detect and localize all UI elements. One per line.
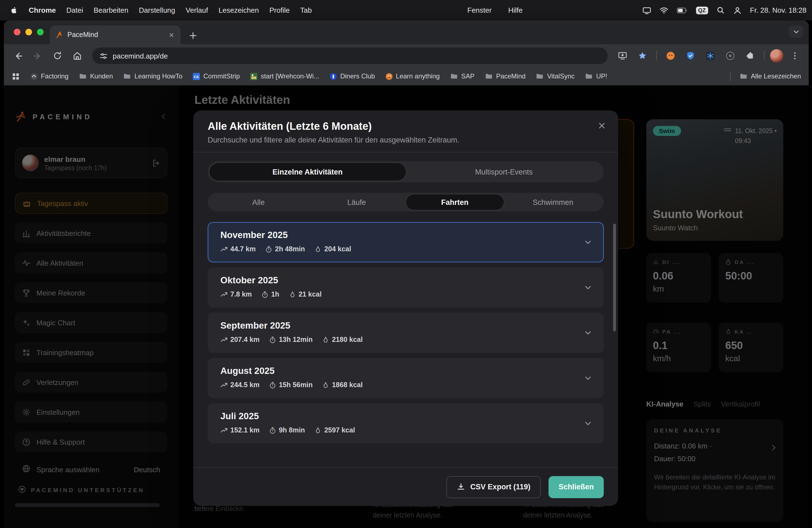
extension-circle-icon[interactable] [722,47,739,64]
bookmarks-bar: Factoring Kunden Learning HowTo CSCommit… [4,68,809,86]
menubar-item-tab[interactable]: Tab [300,6,312,14]
mode-tab-multisport[interactable]: Multisport-Events [406,163,602,180]
chevron-down-icon[interactable] [584,283,592,292]
menubar-item-darstellung[interactable]: Darstellung [139,6,175,14]
toolbar-separator [764,51,765,61]
csv-export-button[interactable]: CSV Export (119) [447,476,541,498]
menubar-item-profile[interactable]: Profile [269,6,290,14]
menubar-app-name[interactable]: Chrome [29,6,56,14]
chevron-down-icon[interactable] [584,374,592,382]
bookmark-up[interactable]: UP! [585,72,607,80]
filter-tab-alle[interactable]: Alle [209,194,308,210]
address-bar[interactable]: pacemind.app/de [92,47,608,64]
page-content: PACEMIND elmar braun Tagespass (noch 17h… [4,86,809,528]
browser-toolbar: pacemind.app/de [4,44,809,68]
filter-tab-laeufe[interactable]: Läufe [308,194,406,210]
profile-avatar[interactable] [770,49,783,62]
apple-logo-icon[interactable] [10,6,18,14]
tab-strip: PaceMind [4,20,809,44]
menubar-clock[interactable]: Fr. 28. Nov. 18:28 [750,6,807,14]
flame-icon [314,427,321,434]
bookmark-star-icon[interactable] [634,47,651,64]
battery-icon[interactable] [677,7,687,14]
modal-title: Alle Aktivitäten (Letzte 6 Monate) [208,120,604,133]
flame-icon [314,246,321,253]
activities-modal: Alle Aktivitäten (Letzte 6 Monate) Durch… [193,111,618,506]
bookmark-sap[interactable]: SAP [450,72,475,80]
folder-icon [124,72,131,80]
tab-favicon-pacemind [55,31,63,39]
screen: Chrome Datei Bearbeiten Darstellung Verl… [0,0,812,528]
toolbar-separator [656,51,657,61]
home-button[interactable] [69,47,86,64]
mode-tabs: Einzelne Aktivitäten Multisport-Events [208,161,604,182]
menubar-item-lesezeichen[interactable]: Lesezeichen [218,6,259,14]
tab-close-icon[interactable] [168,31,175,39]
menubar-item-verlauf[interactable]: Verlauf [186,6,208,14]
extensions-puzzle-icon[interactable] [742,47,758,64]
tab-search-button[interactable] [789,25,803,38]
install-app-icon[interactable] [614,47,631,64]
modal-close-icon[interactable] [598,121,606,130]
folder-icon [79,72,87,80]
filter-tab-schwimmen[interactable]: Schwimmen [504,194,603,210]
filter-tab-fahrten[interactable]: Fahrten [406,194,504,210]
bookmark-vitalsync[interactable]: VitalSync [536,72,575,80]
extension-shield-icon[interactable] [682,47,699,64]
bookmark-learning-howto[interactable]: Learning HowTo [124,72,182,80]
month-card-oktober[interactable]: Oktober 2025 7.8 km 1h 21 kcal [208,267,604,308]
month-list: November 2025 44.7 km 2h 48min 204 kcal … [208,222,604,443]
macos-menubar: Chrome Datei Bearbeiten Darstellung Verl… [0,0,812,20]
browser-menu-kebab-icon[interactable] [787,47,803,64]
bookmark-learn-anything[interactable]: Learn anything [385,72,440,80]
folder-icon [450,72,458,80]
chevron-down-icon[interactable] [584,238,592,246]
bookmark-pacemind[interactable]: PaceMind [485,72,526,80]
extension-orange-icon[interactable] [662,47,679,64]
month-card-juli[interactable]: Juli 2025 152.1 km 9h 8min 2597 kcal [208,403,604,443]
reload-button[interactable] [49,47,66,64]
url-text[interactable]: pacemind.app/de [113,52,168,60]
month-card-august[interactable]: August 2025 244.5 km 15h 56min 1868 kcal [208,358,604,398]
all-bookmarks-button[interactable]: Alle Lesezeichen [740,72,801,80]
browser-window: PaceMind pacemind.app/de [4,20,809,528]
modal-close-button[interactable]: Schließen [549,476,604,498]
menubar-item-datei[interactable]: Datei [66,6,83,14]
forward-button[interactable] [29,47,46,64]
new-tab-button[interactable] [188,31,198,40]
folder-icon [740,72,748,80]
bookmark-diners-club[interactable]: Diners Club [330,72,375,80]
mode-tab-einzelne[interactable]: Einzelne Aktivitäten [209,163,406,180]
modal-scrollbar-thumb[interactable] [613,224,616,332]
user-menu-icon[interactable] [733,6,742,15]
apps-grid-icon[interactable] [12,72,20,80]
bookmark-start-wrehcon[interactable]: start [Wrehcon-Wi... [250,72,319,80]
trend-up-icon [220,381,228,388]
bookmark-kunden[interactable]: Kunden [79,72,113,80]
back-button[interactable] [10,47,26,64]
spotlight-search-icon[interactable] [716,6,724,14]
input-source-badge[interactable]: QZ [696,6,708,14]
window-zoom-button[interactable] [37,29,44,35]
menubar-item-fenster[interactable]: Fenster [467,6,492,14]
site-settings-icon[interactable] [99,52,108,60]
chevron-down-icon[interactable] [584,328,592,337]
window-minimize-button[interactable] [25,29,32,35]
svg-text:CS: CS [194,75,199,79]
extension-snowflake-icon[interactable] [702,47,719,64]
bookmark-factoring[interactable]: Factoring [30,72,69,80]
display-status-icon[interactable] [642,6,651,15]
month-card-november[interactable]: November 2025 44.7 km 2h 48min 204 kcal [208,222,604,262]
window-close-button[interactable] [14,29,20,35]
month-card-september[interactable]: September 2025 207.4 km 13h 12min 2180 k… [208,312,604,353]
wifi-icon[interactable] [659,6,668,15]
chevron-down-icon[interactable] [584,419,592,427]
browser-tab[interactable]: PaceMind [50,25,180,44]
modal-subtitle: Durchsuche und filtere alle deine Aktivi… [208,136,604,144]
menubar-item-hilfe[interactable]: Hilfe [508,6,523,14]
menubar-item-bearbeiten[interactable]: Bearbeiten [93,6,128,14]
bookmark-commitstrip[interactable]: CSCommitStrip [193,72,240,80]
sport-filter-tabs: Alle Läufe Fahrten Schwimmen [208,193,604,211]
tab-title: PaceMind [68,31,163,39]
trend-up-icon [220,246,228,253]
